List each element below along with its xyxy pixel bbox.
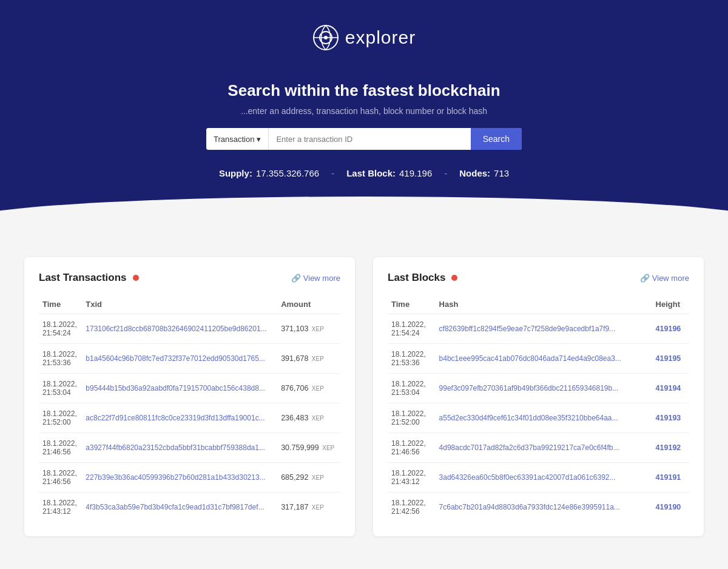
tx-txid: ac8c22f7d91ce80811fc8c0ce23319d3fd13dffa… [82, 403, 277, 433]
table-row: 18.1.2022,21:52:00 a55d2ec330d4f9cef61c3… [388, 403, 689, 433]
block-hash-link[interactable]: b4bc1eee995cac41ab076dc8046ada714ed4a9c0… [439, 354, 621, 363]
table-row: 18.1.2022,21:53:36 b4bc1eee995cac41ab076… [388, 344, 689, 374]
col-txid: Txid [82, 295, 277, 314]
supply-stat: Supply: 17.355.326.766 [219, 168, 319, 178]
search-bar-inner: Transaction ▾ Search [206, 128, 522, 150]
blocks-table-body: 18.1.2022,21:54:24 cf82639bff1c8294f5e9e… [388, 314, 689, 522]
tx-amount: 371,103 XEP [277, 314, 340, 344]
search-subtitle: ...enter an address, transaction hash, b… [12, 106, 716, 116]
block-hash-link[interactable]: cf82639bff1c8294f5e9eae7c7f258de9e9acedb… [439, 325, 616, 333]
tx-txid: b1a45604c96b708fc7ed732f37e7012edd90530d… [82, 344, 277, 374]
blocks-panel-header: Last Blocks 🔗 View more [388, 272, 689, 284]
tx-amount: 391,678 XEP [277, 344, 340, 374]
search-type-dropdown[interactable]: Transaction ▾ [206, 128, 269, 150]
tx-hash-link[interactable]: 173106cf21d8ccb68708b32646902411205be9d8… [86, 325, 266, 333]
col-height: Height [652, 295, 689, 314]
block-time: 18.1.2022,21:54:24 [388, 314, 436, 344]
block-height: 419196 [652, 314, 689, 344]
tx-time: 18.1.2022,21:53:36 [39, 344, 82, 374]
block-height: 419194 [652, 374, 689, 403]
nodes-stat: Nodes: 713 [459, 168, 509, 178]
lastblock-value: 419.196 [399, 168, 432, 178]
table-row: 18.1.2022,21:54:24 cf82639bff1c8294f5e9e… [388, 314, 689, 344]
block-time: 18.1.2022,21:46:56 [388, 433, 436, 463]
block-time: 18.1.2022,21:43:12 [388, 463, 436, 493]
stats-bar: Supply: 17.355.326.766 - Last Block: 419… [12, 168, 716, 178]
tx-txid: 173106cf21d8ccb68708b32646902411205be9d8… [82, 314, 277, 344]
tx-hash-link[interactable]: b95444b15bd36a92aabdf0fa71915700abc156c4… [86, 384, 265, 392]
blocks-panel: Last Blocks 🔗 View more Time Hash Height… [373, 257, 704, 536]
col-amount: Amount [277, 295, 340, 314]
table-row: 18.1.2022,21:46:56 4d98acdc7017ad82fa2c6… [388, 433, 689, 463]
nodes-value: 713 [494, 168, 509, 178]
table-row: 18.1.2022,21:42:56 7c6abc7b201a94d8803d6… [388, 493, 689, 522]
block-height: 419192 [652, 433, 689, 463]
block-hash-link[interactable]: 3ad64326ea60c5b8f0ec63391ac42007d1a061c6… [439, 473, 616, 482]
table-row: 18.1.2022,21:53:04 b95444b15bd36a92aabdf… [39, 374, 340, 403]
block-time: 18.1.2022,21:42:56 [388, 493, 436, 522]
search-input[interactable] [269, 128, 470, 150]
table-row: 18.1.2022,21:53:04 99ef3c097efb270361af9… [388, 374, 689, 403]
col-time: Time [39, 295, 82, 314]
logo-icon [312, 24, 339, 51]
search-bar: Transaction ▾ Search [12, 128, 716, 150]
block-hash-link[interactable]: a55d2ec330d4f9cef61c34f01dd08ee35f3210bb… [439, 414, 618, 422]
tx-time: 18.1.2022,21:52:00 [39, 403, 82, 433]
block-hash: a55d2ec330d4f9cef61c34f01dd08ee35f3210bb… [436, 403, 652, 433]
tx-hash-link[interactable]: ac8c22f7d91ce80811fc8c0ce23319d3fd13dffa… [86, 414, 265, 422]
block-hash-link[interactable]: 7c6abc7b201a94d8803d6a7933fdc124e86e3995… [439, 503, 620, 511]
search-button[interactable]: Search [471, 128, 522, 150]
block-hash: 7c6abc7b201a94d8803d6a7933fdc124e86e3995… [436, 493, 652, 522]
transactions-live-indicator [133, 275, 139, 281]
tx-time: 18.1.2022,21:53:04 [39, 374, 82, 403]
tx-hash-link[interactable]: 227b39e3b36ac40599396b27b60d281a1b433d30… [86, 473, 265, 482]
blocks-table: Time Hash Height 18.1.2022,21:54:24 cf82… [388, 295, 689, 522]
block-height: 419191 [652, 463, 689, 493]
tx-hash-link[interactable]: 4f3b53ca3ab59e7bd3b49cfa1c9ead1d31c7bf98… [86, 503, 264, 511]
block-time: 18.1.2022,21:53:04 [388, 374, 436, 403]
block-height: 419195 [652, 344, 689, 374]
block-hash: 99ef3c097efb270361af9b49bf366dbc21165934… [436, 374, 652, 403]
tx-amount: 685,292 XEP [277, 463, 340, 493]
logo-area: explorer [12, 24, 716, 51]
blocks-table-head: Time Hash Height [388, 295, 689, 314]
transactions-title-area: Last Transactions [39, 272, 139, 284]
logo-text: explorer [345, 27, 416, 48]
table-row: 18.1.2022,21:53:36 b1a45604c96b708fc7ed7… [39, 344, 340, 374]
lastblock-stat: Last Block: 419.196 [346, 168, 432, 178]
stat-sep-1: - [331, 168, 334, 178]
tx-txid: 227b39e3b36ac40599396b27b60d281a1b433d30… [82, 463, 277, 493]
table-row: 18.1.2022,21:43:12 4f3b53ca3ab59e7bd3b49… [39, 493, 340, 522]
block-hash-link[interactable]: 4d98acdc7017ad82fa2c6d37ba99219217ca7e0c… [439, 443, 619, 452]
tx-amount: 236,483 XEP [277, 403, 340, 433]
tx-hash-link[interactable]: a3927f44fb6820a23152cbda5bbf31bcabbf7593… [86, 443, 265, 452]
lastblock-label: Last Block: [346, 168, 396, 178]
tx-amount: 876,706 XEP [277, 374, 340, 403]
tx-time: 18.1.2022,21:46:56 [39, 433, 82, 463]
block-hash-link[interactable]: 99ef3c097efb270361af9b49bf366dbc21165934… [439, 384, 619, 392]
blocks-view-more-label: View more [652, 274, 689, 283]
block-hash: 4d98acdc7017ad82fa2c6d37ba99219217ca7e0c… [436, 433, 652, 463]
blocks-live-indicator [451, 275, 457, 281]
tx-txid: 4f3b53ca3ab59e7bd3b49cfa1c9ead1d31c7bf98… [82, 493, 277, 522]
transactions-panel: Last Transactions 🔗 View more Time Txid … [24, 257, 355, 536]
blocks-view-more[interactable]: 🔗 View more [640, 274, 689, 283]
table-row: 18.1.2022,21:46:56 a3927f44fb6820a23152c… [39, 433, 340, 463]
table-row: 18.1.2022,21:46:56 227b39e3b36ac40599396… [39, 463, 340, 493]
blocks-title-area: Last Blocks [388, 272, 457, 284]
tx-amount: 30.759,999 XEP [277, 433, 340, 463]
table-row: 18.1.2022,21:54:24 173106cf21d8ccb68708b… [39, 314, 340, 344]
tx-time: 18.1.2022,21:43:12 [39, 493, 82, 522]
block-time: 18.1.2022,21:53:36 [388, 344, 436, 374]
tx-hash-link[interactable]: b1a45604c96b708fc7ed732f37e7012edd90530d… [86, 354, 265, 363]
col-block-time: Time [388, 295, 436, 314]
table-row: 18.1.2022,21:43:12 3ad64326ea60c5b8f0ec6… [388, 463, 689, 493]
transactions-panel-header: Last Transactions 🔗 View more [39, 272, 340, 284]
block-height: 419190 [652, 493, 689, 522]
tx-amount: 317,187 XEP [277, 493, 340, 522]
svg-point-3 [324, 36, 328, 39]
transactions-view-more[interactable]: 🔗 View more [291, 274, 340, 283]
blocks-title: Last Blocks [388, 272, 445, 284]
search-title: Search within the fastest blockchain [12, 81, 716, 100]
link-icon: 🔗 [291, 274, 301, 283]
